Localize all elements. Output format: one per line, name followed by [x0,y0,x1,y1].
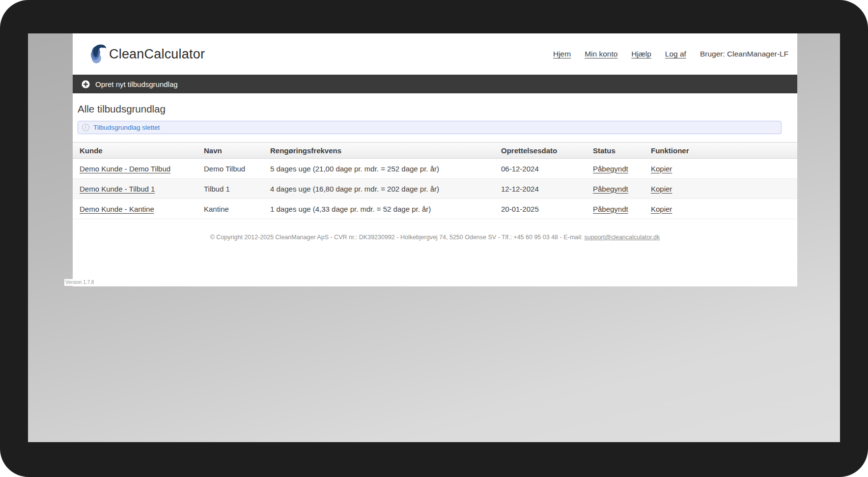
column-header-kunde: Kunde [73,142,203,159]
nav-hjaelp-link[interactable]: Hjælp [631,50,651,58]
frequency-cell: 1 dages uge (4,33 dage pr. mdr. = 52 dag… [269,199,500,219]
alert-banner: i Tilbudsgrundlag slettet [78,121,782,134]
create-new-offer-button[interactable]: Opret nyt tilbudsgrundlag [73,75,797,93]
desktop-background: CleanCalculator Hjem Min konto Hjælp Log… [28,33,840,442]
table-row: Demo Kunde - Tilbud 1 Tilbud 1 4 dages u… [73,179,797,199]
offer-name-cell: Demo Tilbud [203,159,269,179]
column-header-dato: Oprettelsesdato [500,142,592,159]
offer-name-cell: Tilbud 1 [203,179,269,199]
screen-bezel: CleanCalculator Hjem Min konto Hjælp Log… [0,0,868,477]
alert-message: Tilbudsgrundlag slettet [93,124,160,131]
status-link[interactable]: Påbegyndt [593,205,628,213]
offer-name-cell: Kantine [203,199,269,219]
logo-drop-icon [89,43,108,65]
browser-page: CleanCalculator Hjem Min konto Hjælp Log… [73,33,797,286]
offers-table: Kunde Navn Rengøringsfrekvens Oprettelse… [73,142,797,219]
nav-log-af-link[interactable]: Log af [665,50,686,58]
column-header-navn: Navn [203,142,269,159]
offers-table-body: Demo Kunde - Demo Tilbud Demo Tilbud 5 d… [73,159,797,219]
frequency-cell: 5 dages uge (21,00 dage pr. mdr. = 252 d… [269,159,500,179]
logo-text: CleanCalculator [109,47,205,62]
create-new-offer-label: Opret nyt tilbudsgrundlag [95,80,178,88]
column-header-frekvens: Rengøringsfrekvens [269,142,500,159]
created-date-cell: 12-12-2024 [500,179,592,199]
status-link[interactable]: Påbegyndt [593,165,628,173]
offers-table-header: Kunde Navn Rengøringsfrekvens Oprettelse… [73,142,797,159]
nav-min-konto-link[interactable]: Min konto [585,50,617,58]
customer-offer-link[interactable]: Demo Kunde - Kantine [80,205,154,213]
table-row: Demo Kunde - Kantine Kantine 1 dages uge… [73,199,797,219]
status-link[interactable]: Påbegyndt [593,185,628,193]
page-header: CleanCalculator Hjem Min konto Hjælp Log… [73,33,797,75]
support-email-link[interactable]: support@cleancalculator.dk [585,234,660,241]
page-footer: © Copyright 2012-2025 CleanManager ApS -… [78,234,792,241]
plus-circle-icon [82,80,90,88]
frequency-cell: 4 dages uge (16,80 dage pr. mdr. = 202 d… [269,179,500,199]
page-title: Alle tilbudsgrundlag [78,103,792,115]
user-label: Bruger: CleanManager-LF [700,50,788,58]
column-header-funktioner: Funktioner [650,142,797,159]
customer-offer-link[interactable]: Demo Kunde - Demo Tilbud [80,165,170,173]
app-logo[interactable]: CleanCalculator [89,43,205,65]
created-date-cell: 20-01-2025 [500,199,592,219]
copy-link[interactable]: Kopier [651,165,672,173]
created-date-cell: 06-12-2024 [500,159,592,179]
copy-link[interactable]: Kopier [651,185,672,193]
header-row: Kunde Navn Rengøringsfrekvens Oprettelse… [73,142,797,159]
top-nav: Hjem Min konto Hjælp Log af Bruger: Clea… [553,50,788,58]
main-content: Alle tilbudsgrundlag i Tilbudsgrundlag s… [73,103,797,241]
column-header-status: Status [592,142,650,159]
table-row: Demo Kunde - Demo Tilbud Demo Tilbud 5 d… [73,159,797,179]
customer-offer-link[interactable]: Demo Kunde - Tilbud 1 [80,185,155,193]
nav-hjem-link[interactable]: Hjem [553,50,571,58]
info-icon: i [82,124,89,131]
copy-link[interactable]: Kopier [651,205,672,213]
version-label: Version 1.7.8 [64,279,96,286]
copyright-text: © Copyright 2012-2025 CleanManager ApS -… [210,234,585,241]
